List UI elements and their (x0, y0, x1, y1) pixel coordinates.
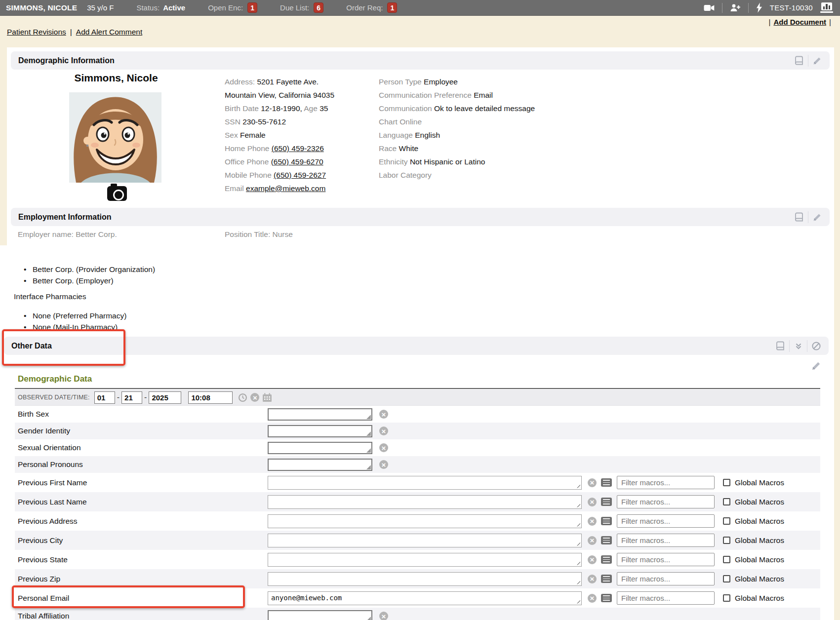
macro-list-icon[interactable] (601, 478, 612, 487)
clear-field-icon[interactable] (379, 426, 388, 435)
patient-revisions-link[interactable]: Patient Revisions (7, 28, 66, 37)
global-macros-label: Global Macros (735, 575, 784, 583)
global-macros-checkbox[interactable] (723, 575, 730, 582)
demographic-attributes-column: Person Type Employee Communication Prefe… (379, 75, 535, 182)
page-gutter-right (834, 16, 840, 620)
date-separator: - (144, 393, 147, 402)
macro-filter-input[interactable] (617, 476, 715, 489)
field-select[interactable] (268, 459, 372, 471)
add-alert-comment-link[interactable]: Add Alert Comment (76, 28, 142, 37)
sex-value: Female (240, 131, 266, 139)
observed-time-input[interactable] (188, 391, 233, 404)
global-macros-checkbox[interactable] (723, 498, 730, 505)
email-link[interactable]: example@mieweb.com (246, 184, 325, 193)
edit-pencil-icon[interactable] (811, 360, 822, 373)
chart-underline (820, 11, 833, 13)
macro-list-icon[interactable] (601, 517, 612, 525)
macro-list-icon[interactable] (601, 575, 612, 583)
order-req-badge[interactable]: 1 (387, 2, 397, 13)
patient-photo (69, 92, 161, 183)
macro-filter-input[interactable] (617, 572, 715, 585)
global-macros-label: Global Macros (735, 555, 784, 564)
field-textarea[interactable]: anyone@mieweb.com (268, 591, 582, 605)
field-select[interactable] (268, 610, 372, 620)
double-chevron-down-icon[interactable] (789, 340, 807, 352)
open-enc-badge[interactable]: 1 (247, 2, 257, 13)
open-encounters[interactable]: Open Enc: 1 (208, 2, 257, 13)
clock-icon[interactable] (238, 393, 247, 402)
macro-list-lines (603, 518, 610, 524)
clear-field-icon[interactable] (379, 612, 388, 620)
global-macros-checkbox[interactable] (723, 594, 730, 602)
journal-book-icon[interactable] (790, 211, 808, 223)
field-select[interactable] (268, 442, 372, 454)
form-row: Previous First Name Global Macros (15, 473, 820, 492)
clear-field-icon[interactable] (379, 410, 388, 419)
macro-list-lines (603, 538, 610, 543)
clear-field-icon[interactable] (588, 575, 597, 583)
form-rows: Birth Sex Gender Identity Sexual Orienta… (15, 406, 820, 620)
email-label: Email (225, 184, 244, 193)
macro-list-icon[interactable] (601, 594, 612, 602)
page-gutter-left (0, 47, 7, 245)
macro-filter-input[interactable] (617, 553, 715, 566)
clear-field-icon[interactable] (588, 594, 597, 603)
clear-field-icon[interactable] (588, 555, 597, 564)
observed-month-input[interactable] (94, 391, 115, 404)
circle-slash-icon[interactable] (807, 340, 825, 352)
office-phone-link[interactable]: (650) 459-6270 (271, 157, 323, 166)
edit-pencil-icon[interactable] (808, 211, 826, 223)
calendar-icon[interactable] (262, 393, 272, 402)
journal-book-icon[interactable] (771, 340, 789, 352)
home-phone-link[interactable]: (650) 459-2326 (272, 144, 324, 153)
global-macros-checkbox[interactable] (723, 517, 730, 525)
field-textarea[interactable] (268, 534, 582, 547)
macro-filter-input[interactable] (617, 591, 715, 605)
field-textarea[interactable] (268, 514, 582, 528)
macro-list-icon[interactable] (601, 536, 612, 544)
clear-field-icon[interactable] (588, 478, 597, 487)
section-icons (771, 337, 825, 355)
clear-field-icon[interactable] (588, 498, 597, 506)
lightning-icon[interactable] (756, 2, 762, 13)
due-list-badge[interactable]: 6 (314, 2, 323, 13)
add-document-link[interactable]: Add Document (773, 18, 826, 26)
clear-field-icon[interactable] (588, 517, 597, 526)
global-macros-checkbox[interactable] (723, 556, 730, 563)
journal-book-icon[interactable] (790, 55, 808, 67)
person-type-label: Person Type (379, 78, 422, 86)
field-select[interactable] (268, 408, 372, 421)
observed-year-input[interactable] (149, 391, 181, 404)
global-macros-checkbox[interactable] (723, 479, 730, 486)
camera-icon[interactable] (107, 186, 127, 201)
age-label: Age (304, 104, 318, 113)
clear-field-icon[interactable] (379, 443, 388, 452)
field-textarea[interactable] (268, 572, 582, 586)
patient-links-row: Patient Revisions | Add Alert Comment (7, 28, 142, 37)
field-label: Previous City (18, 536, 63, 545)
field-textarea[interactable] (268, 495, 582, 509)
edit-pencil-icon[interactable] (808, 55, 826, 67)
flowsheet-chart-icon[interactable] (820, 2, 833, 13)
macro-filter-input[interactable] (617, 495, 715, 508)
demographic-information-header: Demographic Information (11, 51, 830, 70)
macro-list-icon[interactable] (601, 498, 612, 506)
add-person-icon[interactable] (730, 3, 741, 12)
video-camera-icon[interactable] (704, 3, 715, 12)
field-textarea[interactable] (268, 476, 582, 490)
macro-filter-input[interactable] (617, 514, 715, 528)
ethnicity-label: Ethnicity (379, 157, 408, 166)
macro-filter-input[interactable] (617, 534, 715, 547)
mobile-phone-link[interactable]: (650) 459-2627 (274, 171, 326, 179)
field-label: Previous Zip (18, 575, 60, 583)
observed-day-input[interactable] (121, 391, 142, 404)
field-textarea[interactable] (268, 553, 582, 567)
order-requests[interactable]: Order Req: 1 (346, 2, 397, 13)
due-list[interactable]: Due List: 6 (280, 2, 323, 13)
field-select[interactable] (268, 425, 372, 437)
global-macros-checkbox[interactable] (723, 537, 730, 544)
clear-datetime-icon[interactable] (250, 393, 259, 402)
clear-field-icon[interactable] (588, 536, 597, 545)
clear-field-icon[interactable] (379, 460, 388, 469)
macro-list-icon[interactable] (601, 555, 612, 564)
